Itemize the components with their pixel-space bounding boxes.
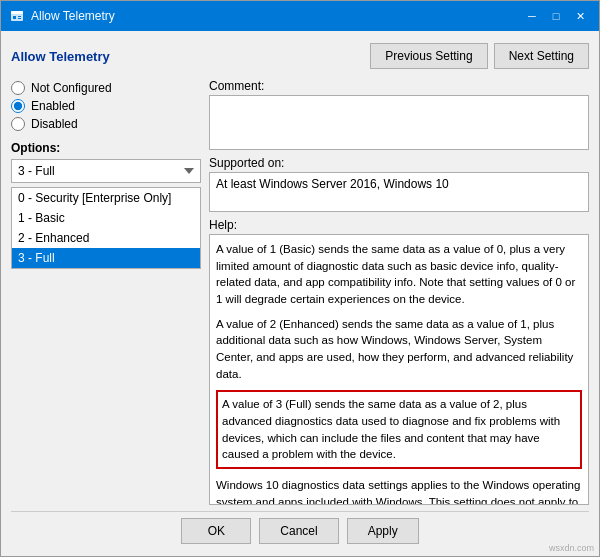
help-label: Help: (209, 218, 589, 232)
maximize-button[interactable]: □ (545, 5, 567, 27)
title-bar: Allow Telemetry ─ □ ✕ (1, 1, 599, 31)
radio-disabled-input[interactable] (11, 117, 25, 131)
radio-disabled-label: Disabled (31, 117, 78, 131)
window-icon (9, 8, 25, 24)
option-1-basic[interactable]: 1 - Basic (12, 208, 200, 228)
left-panel: Not Configured Enabled ← Disabled Option… (11, 79, 201, 505)
radio-not-configured-label: Not Configured (31, 81, 112, 95)
dialog-title: Allow Telemetry (11, 49, 110, 64)
title-bar-controls: ─ □ ✕ (521, 5, 591, 27)
window-title: Allow Telemetry (31, 9, 115, 23)
svg-rect-4 (18, 18, 21, 19)
options-label: Options: (11, 141, 201, 155)
radio-group: Not Configured Enabled ← Disabled (11, 79, 201, 133)
dropdown-list: 0 - Security [Enterprise Only] 1 - Basic… (11, 187, 201, 269)
options-section: Options: 3 - Full 0 - Security [Enterpri… (11, 141, 201, 269)
comment-section: Comment: (209, 79, 589, 150)
options-dropdown[interactable]: 3 - Full (11, 159, 201, 183)
help-paragraph-0: A value of 1 (Basic) sends the same data… (216, 241, 582, 308)
help-content[interactable]: A value of 1 (Basic) sends the same data… (209, 234, 589, 505)
header-row: Allow Telemetry Previous Setting Next Se… (11, 39, 589, 73)
radio-not-configured[interactable]: Not Configured (11, 81, 201, 95)
previous-setting-button[interactable]: Previous Setting (370, 43, 487, 69)
supported-label: Supported on: (209, 156, 589, 170)
help-paragraph-1: A value of 2 (Enhanced) sends the same d… (216, 316, 582, 383)
close-button[interactable]: ✕ (569, 5, 591, 27)
comment-textarea[interactable] (209, 95, 589, 150)
svg-rect-3 (18, 16, 21, 17)
option-2-enhanced[interactable]: 2 - Enhanced (12, 228, 200, 248)
main-content: Not Configured Enabled ← Disabled Option… (11, 79, 589, 505)
help-paragraph-2: A value of 3 (Full) sends the same data … (216, 390, 582, 469)
watermark: wsxdn.com (549, 543, 594, 553)
svg-rect-2 (13, 16, 16, 19)
content-area: Allow Telemetry Previous Setting Next Se… (1, 31, 599, 556)
allow-telemetry-window: Allow Telemetry ─ □ ✕ Allow Telemetry Pr… (0, 0, 600, 557)
help-section: Help: A value of 1 (Basic) sends the sam… (209, 218, 589, 505)
radio-not-configured-input[interactable] (11, 81, 25, 95)
radio-enabled-input[interactable] (11, 99, 25, 113)
right-panel: Comment: Supported on: At least Windows … (209, 79, 589, 505)
radio-enabled-label: Enabled (31, 99, 75, 113)
help-paragraph-3: Windows 10 diagnostics data settings app… (216, 477, 582, 505)
title-bar-left: Allow Telemetry (9, 8, 115, 24)
minimize-button[interactable]: ─ (521, 5, 543, 27)
ok-button[interactable]: OK (181, 518, 251, 544)
cancel-button[interactable]: Cancel (259, 518, 338, 544)
radio-enabled[interactable]: Enabled ← (11, 99, 201, 113)
supported-value: At least Windows Server 2016, Windows 10 (209, 172, 589, 212)
svg-rect-1 (11, 11, 23, 14)
option-3-full-item[interactable]: 3 - Full (12, 248, 200, 268)
footer-row: OK Cancel Apply (11, 511, 589, 548)
supported-section: Supported on: At least Windows Server 20… (209, 156, 589, 212)
comment-label: Comment: (209, 79, 589, 93)
radio-disabled[interactable]: Disabled (11, 117, 201, 131)
apply-button[interactable]: Apply (347, 518, 419, 544)
next-setting-button[interactable]: Next Setting (494, 43, 589, 69)
nav-buttons: Previous Setting Next Setting (370, 43, 589, 69)
option-0-security[interactable]: 0 - Security [Enterprise Only] (12, 188, 200, 208)
